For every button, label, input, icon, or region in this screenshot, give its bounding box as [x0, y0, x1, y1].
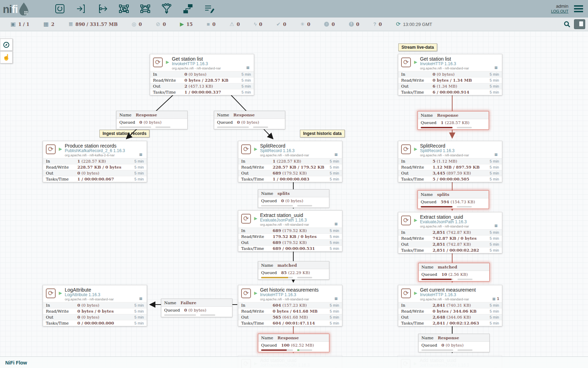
processor-header: ⟳ ▶ SplitRecord SplitRecord 1.16.3 org.a… [398, 141, 502, 158]
backpressure-object-bar [421, 127, 453, 128]
connection-failure[interactable]: Name Failure Queued 0(0 bytes) [161, 299, 232, 317]
operate-palette-icon[interactable]: ☝ [0, 51, 13, 63]
running-status-icon: ▶ [59, 146, 62, 151]
navigate-palette-icon[interactable] [0, 39, 13, 51]
processor-logattribute[interactable]: ⟳ ▶ LogAttribute LogAttribute 1.16.3 org… [43, 285, 147, 326]
processor-get-historic-measurements[interactable]: ⟳ ▶ Get historic measurements InvokeHTTP… [238, 285, 342, 326]
connection-queued-row: Queued 10(2.56 KB) [419, 271, 489, 281]
backpressure-object-bar [164, 314, 196, 316]
processor-name: Produce station records [65, 143, 147, 149]
connection-queued-value: 594(154.73 KB) [441, 199, 475, 204]
stat-row-out: Out0 (0 bytes)5 min [43, 170, 147, 176]
processor-icon: ⟳ [401, 288, 411, 298]
processor-produce-station-records[interactable]: ⟳ ▶ Produce station records PublishKafka… [43, 141, 147, 182]
connection-name-row: Name splits [418, 191, 489, 198]
stat-row-read-write: Read/Write0 bytes / 1.34 MB5 min [398, 77, 502, 83]
processor-stats: In689 (179.52 KB)5 minRead/Write179.52 K… [238, 227, 342, 251]
stat-row-read-write: Read/Write742.87 KB / 0 bytes5 min [398, 235, 502, 241]
running-status-icon: ▶ [414, 60, 417, 64]
cluster-node-badge: ▦ [335, 297, 339, 300]
connection-queued-value: 0(0 bytes) [237, 120, 259, 125]
processor-header: ⟳ ▶ Extract station_uuid EvaluateJsonPat… [398, 212, 502, 229]
backpressure-object-bar [421, 349, 453, 351]
processor-icon: ⟳ [153, 57, 163, 67]
stat-row-tasks-time: Tasks/Time2,851 / 00:00:02.2825 min [398, 247, 502, 253]
connection-queued-value: 85(22.29 KB) [281, 270, 310, 275]
connection-name-value: Response [136, 113, 157, 117]
connection-queued-label: Queued [261, 198, 277, 203]
connection-name-label: Name [261, 335, 273, 340]
connection-name-value: Response [233, 113, 255, 117]
backpressure-size-bar [200, 314, 215, 316]
connection-resp-center[interactable]: Name Response Queued 100(62.52 MB) [258, 334, 329, 352]
processor-icon: ⟳ [241, 288, 251, 298]
connection-matched-center[interactable]: Name matched Queued 85(22.29 KB) [258, 261, 329, 280]
stat-row-read-write: Read/Write0 bytes / 344.06 KB5 min [398, 308, 502, 314]
processor-icon: ⟳ [46, 144, 56, 154]
connection-name-value: Response [438, 335, 459, 340]
connection-queued-value: 1(228.57 KB) [441, 120, 469, 125]
processor-extract-station-uuid-right[interactable]: ⟳ ▶ Extract station_uuid EvaluateJsonPat… [398, 212, 502, 253]
processor-type: EvaluateJsonPath 1.16.3 [420, 220, 502, 225]
connection-resp-right-0[interactable]: Name Response Queued 0(0 bytes) [418, 334, 490, 352]
processor-stats: In0 (0 bytes)5 minRead/Write0 bytes / 22… [150, 71, 254, 95]
running-status-icon: ▶ [254, 146, 257, 151]
connection-queued-row: Queued 85(22.29 KB) [258, 269, 329, 279]
cluster-node-badge: ▦ 1 [492, 297, 499, 301]
cluster-node-badge: ▦ [335, 152, 339, 156]
running-status-icon: ▶ [414, 218, 417, 223]
processor-splitrecord-right[interactable]: ⟳ ▶ SplitRecord SplitRecord 1.16.3 org.a… [398, 141, 502, 182]
connection-queued-value: 0(0 bytes) [184, 308, 206, 313]
backpressure-size-bar [155, 127, 170, 128]
processor-get-station-list-left[interactable]: ⟳ ▶ Get station list InvokeHTTP 1.16.3 o… [150, 54, 254, 95]
connection-name-label: Name [261, 191, 273, 196]
backpressure-size-bar [457, 127, 471, 128]
cluster-node-count: 1 [497, 297, 499, 301]
stat-row-out: Out2 (457.13 KB)5 min [150, 83, 254, 89]
stat-row-tasks-time: Tasks/Time604 / 00:01:47.1145 min [238, 320, 342, 326]
connection-queued-value: 0(0 bytes) [441, 343, 463, 348]
processor-bundle: org.apache.nifi - nifi-standard-nar [260, 223, 342, 227]
processor-bundle: org.apache.nifi - nifi-standard-nar [172, 67, 254, 70]
grid-icon: ▦ [495, 224, 498, 227]
processor-extract-station-uuid-center[interactable]: ⟳ ▶ Extract station_uuid EvaluateJsonPat… [238, 210, 342, 252]
processor-get-station-list-right[interactable]: ⟳ ▶ Get station list InvokeHTTP 1.16.3 o… [398, 54, 502, 95]
cluster-node-badge: ▦ [335, 222, 339, 226]
connection-name-row: Name Failure [161, 299, 232, 307]
running-status-icon: ▶ [254, 291, 257, 295]
processor-bundle: org.apache.nifi - nifi-standard-nar [260, 298, 342, 301]
stat-row-in: In2,841 (740.31 KB)5 min [398, 302, 502, 308]
processor-icon: ⟳ [401, 216, 411, 225]
stat-row-read-write: Read/Write228.57 KB / 179.52 KB5 min [238, 164, 342, 170]
cluster-node-badge: ▦ [246, 66, 251, 69]
cluster-node-badge: ▦ [495, 152, 499, 156]
connection-name-row: Name Response [258, 334, 329, 342]
connection-name-value: matched [278, 263, 297, 268]
processor-type: SplitRecord 1.16.3 [260, 149, 342, 154]
processor-header: ⟳ ▶ LogAttribute LogAttribute 1.16.3 org… [43, 285, 147, 302]
connection-resp-left-2[interactable]: Name Response Queued 0(0 bytes) [214, 111, 285, 129]
processor-get-current-measurement[interactable]: ⟳ ▶ Get current measurement InvokeHTTP 1… [398, 285, 502, 326]
cluster-node-badge: ▦ [495, 66, 499, 69]
connection-queued-label: Queued [421, 343, 437, 348]
stat-row-out: Out6 (1.34 MB)5 min [398, 83, 502, 89]
connection-name-row: Name Response [117, 111, 187, 119]
connection-name-value: matched [438, 265, 457, 270]
backpressure-object-bar [421, 206, 453, 207]
processor-type: LogAttribute 1.16.3 [65, 293, 147, 298]
footer-bar: NiFi Flow [0, 356, 588, 368]
processor-type: InvokeHTTP 1.16.3 [420, 293, 502, 298]
connection-name-row: Name splits [258, 190, 329, 197]
stat-row-in: In2,851 (742.87 KB)5 min [398, 229, 502, 235]
processor-splitrecord-center[interactable]: ⟳ ▶ SplitRecord SplitRecord 1.16.3 org.a… [238, 141, 342, 182]
stat-row-read-write: Read/Write0 bytes / 228.57 KB5 min [150, 77, 254, 83]
connection-matched-right[interactable]: Name matched Queued 10(2.56 KB) [418, 263, 490, 281]
connection-splits-center[interactable]: Name splits Queued 0(0 bytes) [258, 189, 329, 208]
connection-resp-right-1[interactable]: Name Response Queued 1(228.57 KB) [418, 111, 489, 130]
grid-icon: ▦ [495, 152, 498, 156]
breadcrumb[interactable]: NiFi Flow [5, 360, 27, 366]
connection-resp-left-1[interactable]: Name Response Queued 0(0 bytes) [116, 111, 188, 129]
connection-splits-right[interactable]: Name splits Queued 594(154.73 KB) [418, 190, 489, 209]
processor-name: Get station list [172, 56, 254, 62]
connection-queued-value: 0(0 bytes) [281, 198, 303, 203]
